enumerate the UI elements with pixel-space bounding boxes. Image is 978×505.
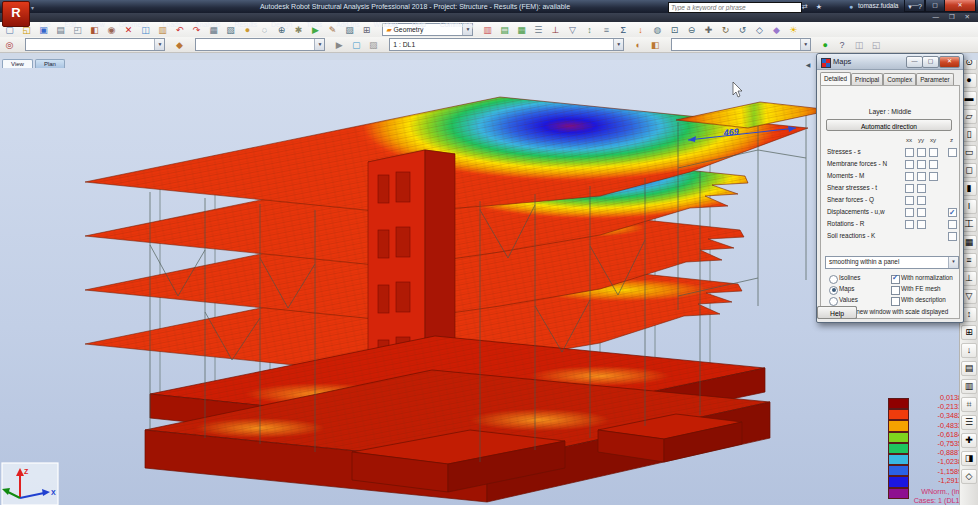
- load-case-combo[interactable]: 1 : DL1▼: [389, 38, 624, 51]
- light-icon[interactable]: ☀: [786, 23, 801, 37]
- menu-item[interactable]: Community: [433, 20, 481, 29]
- display-tool-icon[interactable]: ◨: [961, 451, 977, 466]
- app-menu-caret-icon[interactable]: ▾: [31, 4, 34, 11]
- dialog-minimize-button[interactable]: —: [906, 56, 923, 68]
- offsets-icon[interactable]: ↕: [582, 23, 597, 37]
- menu-item[interactable]: Edit: [57, 20, 83, 29]
- pan-icon[interactable]: ✚: [701, 23, 716, 37]
- automatic-direction-button[interactable]: Automatic direction: [826, 119, 952, 131]
- close-button[interactable]: ✕: [944, 0, 976, 12]
- secondary-combo[interactable]: ▼: [671, 38, 811, 51]
- object-selection-icon[interactable]: ◎: [2, 38, 17, 52]
- load-types-tool-icon[interactable]: ↓: [961, 343, 977, 358]
- checkbox-xx[interactable]: [905, 184, 914, 193]
- menu-item[interactable]: Help: [405, 20, 433, 29]
- checkbox-z[interactable]: [948, 232, 957, 241]
- menu-item[interactable]: Tools: [299, 20, 329, 29]
- minimize-button[interactable]: —: [904, 0, 926, 12]
- maximize-button[interactable]: ▢: [924, 0, 946, 12]
- checkbox-z[interactable]: [948, 148, 957, 157]
- dialog-tab[interactable]: Detailed: [820, 72, 851, 85]
- dialog-tab[interactable]: Complex: [883, 73, 916, 85]
- menu-item[interactable]: Results: [227, 20, 264, 29]
- supports-icon[interactable]: ⊥: [548, 23, 563, 37]
- dialog-tab[interactable]: Principal: [851, 73, 883, 85]
- checkbox-xx[interactable]: [905, 220, 914, 229]
- panel-collapse-icon[interactable]: ◀: [804, 61, 812, 69]
- checkbox-xx[interactable]: [905, 196, 914, 205]
- smoothing-combo[interactable]: smoothing within a panel▼: [825, 256, 959, 269]
- checkbox-yy[interactable]: [917, 220, 926, 229]
- menu-item[interactable]: Add-Ins: [329, 20, 366, 29]
- inspector-icon[interactable]: ▥: [480, 23, 495, 37]
- checkbox-xx[interactable]: [905, 208, 914, 217]
- app-logo[interactable]: R: [2, 1, 30, 27]
- radio-button[interactable]: [829, 275, 838, 284]
- previous-view-icon[interactable]: ↺: [735, 23, 750, 37]
- radio-button[interactable]: [829, 297, 838, 306]
- window-tile-icon[interactable]: ◫: [852, 38, 867, 52]
- zoom-window-icon[interactable]: ⊡: [667, 23, 682, 37]
- selection-combo[interactable]: ▼: [25, 38, 165, 51]
- user-icon[interactable]: ●: [846, 2, 856, 11]
- layers-icon[interactable]: ▨: [366, 38, 381, 52]
- analysis-help-icon[interactable]: ?: [835, 38, 850, 52]
- menu-item[interactable]: Geometry: [112, 20, 156, 29]
- mdi-window-buttons[interactable]: — ❐ ✕: [933, 13, 974, 21]
- analysis-params-icon[interactable]: Σ: [616, 23, 631, 37]
- checkbox-xy[interactable]: [929, 148, 938, 157]
- load-record-icon[interactable]: ◐: [631, 38, 646, 52]
- monitor-icon[interactable]: ▢: [349, 38, 364, 52]
- load-table-icon[interactable]: ◧: [648, 38, 663, 52]
- checkbox-z[interactable]: [948, 220, 957, 229]
- checkbox-yy[interactable]: [917, 148, 926, 157]
- nodes-table-icon[interactable]: ▦: [514, 23, 529, 37]
- checkbox[interactable]: [891, 286, 900, 295]
- compatibility-tool-icon[interactable]: ⊞: [961, 325, 977, 340]
- checkbox-xy[interactable]: [929, 172, 938, 181]
- attributes-combo[interactable]: ▼: [195, 38, 325, 51]
- exchange-icon[interactable]: ⇄: [800, 2, 810, 11]
- checkbox-xy[interactable]: [929, 160, 938, 169]
- bars-table-tool-icon[interactable]: ▤: [961, 361, 977, 376]
- checkbox-z[interactable]: [948, 208, 957, 217]
- maps-dialog-titlebar[interactable]: Maps — ▢ ✕: [817, 54, 963, 70]
- menu-item[interactable]: Loads: [156, 20, 189, 29]
- menu-item[interactable]: Analysis: [188, 20, 227, 29]
- view-tab[interactable]: Plan: [35, 59, 65, 68]
- menu-item[interactable]: Window: [367, 20, 405, 29]
- checkbox-xx[interactable]: [905, 160, 914, 169]
- pointer-icon[interactable]: ▶: [332, 38, 347, 52]
- menu-item[interactable]: View: [83, 20, 112, 29]
- axes-tool-icon[interactable]: ✚: [961, 433, 977, 448]
- checkbox-yy[interactable]: [917, 160, 926, 169]
- isometric-view-icon[interactable]: ◇: [752, 23, 767, 37]
- dialog-close-button[interactable]: ✕: [939, 56, 960, 68]
- zoom-out-icon[interactable]: ⊖: [684, 23, 699, 37]
- checkbox-xx[interactable]: [905, 148, 914, 157]
- checkbox-yy[interactable]: [917, 172, 926, 181]
- view-tab[interactable]: View: [2, 59, 33, 68]
- dialog-maximize-button[interactable]: ▢: [922, 56, 939, 68]
- releases-icon[interactable]: ▽: [565, 23, 580, 37]
- dialog-button[interactable]: Help: [817, 306, 857, 319]
- properties-icon[interactable]: ☰: [531, 23, 546, 37]
- checkbox-yy[interactable]: [917, 196, 926, 205]
- checkbox-yy[interactable]: [917, 184, 926, 193]
- dialog-tab[interactable]: Parameter: [916, 73, 953, 85]
- render-icon[interactable]: ◆: [769, 23, 784, 37]
- load-to-mass-icon[interactable]: ◍: [650, 23, 665, 37]
- username-label[interactable]: tomasz.fudala: [858, 2, 898, 9]
- story-icon[interactable]: ≡: [599, 23, 614, 37]
- rotate-icon[interactable]: ↻: [718, 23, 733, 37]
- attributes-icon[interactable]: ◆: [172, 38, 187, 52]
- checkbox-xx[interactable]: [905, 172, 914, 181]
- search-input[interactable]: [668, 2, 802, 13]
- menu-item[interactable]: Design: [264, 20, 299, 29]
- window-cascade-icon[interactable]: ◱: [869, 38, 884, 52]
- nodes-table-tool-icon[interactable]: ▥: [961, 379, 977, 394]
- checkbox[interactable]: [891, 275, 900, 284]
- favorites-icon[interactable]: ★: [814, 2, 824, 11]
- analysis-status-icon[interactable]: ●: [818, 38, 833, 52]
- menu-item[interactable]: File: [32, 20, 57, 29]
